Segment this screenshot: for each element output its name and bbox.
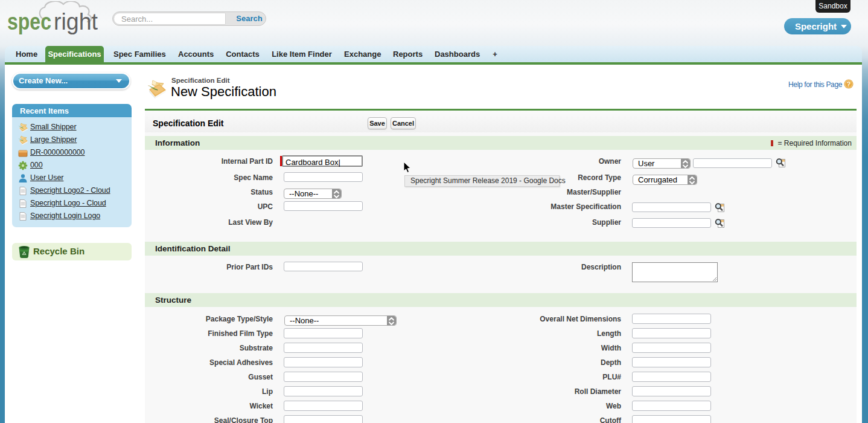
svg-text:spec: spec <box>7 9 51 34</box>
svg-text:right: right <box>54 9 98 34</box>
svg-text:?: ? <box>846 80 850 88</box>
